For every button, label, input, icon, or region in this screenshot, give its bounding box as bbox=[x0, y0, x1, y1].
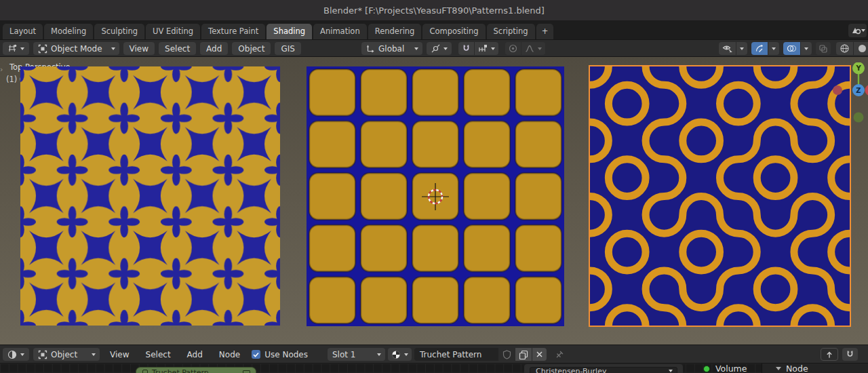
node-sidebar: Node bbox=[762, 364, 868, 373]
slot-label: Slot 1 bbox=[332, 350, 355, 359]
tab-modeling[interactable]: Modeling bbox=[44, 24, 93, 39]
axis-x-ball bbox=[865, 85, 868, 96]
new-material-button[interactable] bbox=[515, 348, 532, 361]
menu-view[interactable]: View bbox=[123, 42, 155, 55]
tab-shading[interactable]: Shading bbox=[267, 24, 312, 39]
node-menu-view[interactable]: View bbox=[104, 348, 135, 361]
menu-object[interactable]: Object bbox=[232, 42, 271, 55]
use-nodes-toggle[interactable]: Use Nodes bbox=[252, 350, 308, 359]
node-menu-node[interactable]: Node bbox=[213, 348, 246, 361]
snap-settings-dropdown[interactable] bbox=[474, 42, 498, 55]
solid-sphere-icon bbox=[857, 43, 867, 54]
pivot-point-dropdown[interactable] bbox=[427, 42, 452, 55]
chevron-down-icon bbox=[443, 47, 448, 50]
chevron-down-icon bbox=[740, 47, 744, 50]
shader-editor-icon bbox=[7, 350, 17, 359]
magnet-icon bbox=[846, 350, 854, 359]
group-node-title: Truchet Pattern bbox=[152, 368, 239, 373]
tab-uv-editing[interactable]: UV Editing bbox=[146, 24, 200, 39]
title-bar[interactable]: Blender* [F:\Projects\YeasuFT890\Pattern… bbox=[0, 0, 868, 20]
menu-select[interactable]: Select bbox=[159, 42, 196, 55]
checkbox-checked-icon bbox=[252, 350, 260, 359]
unlink-material-button[interactable] bbox=[532, 348, 547, 361]
transform-orientation-dropdown[interactable]: Global bbox=[361, 42, 422, 55]
material-name-field[interactable]: Truchet Pattern bbox=[414, 348, 498, 361]
material-icon bbox=[391, 350, 401, 359]
material-slot-dropdown[interactable]: Slot 1 bbox=[328, 348, 385, 361]
shader-node-body[interactable]: Christensen-Burley bbox=[524, 364, 683, 373]
snap-toggle[interactable] bbox=[458, 42, 474, 55]
sidebar-panel-label[interactable]: Node bbox=[786, 364, 808, 373]
xray-toggle[interactable] bbox=[816, 42, 831, 55]
shading-wireframe-button[interactable] bbox=[836, 42, 853, 55]
menu-add[interactable]: Add bbox=[200, 42, 228, 55]
sidebar-toggle-arrow[interactable]: › bbox=[0, 65, 3, 74]
chevron-down-icon bbox=[404, 353, 408, 356]
viewport-editor-icon bbox=[7, 44, 17, 53]
editor-type-selector-shader[interactable] bbox=[3, 348, 29, 361]
scene-selector[interactable] bbox=[848, 24, 867, 37]
viewport-3d[interactable]: › Top Perspective (1) Collection | Shade… bbox=[0, 57, 868, 345]
mode-label: Object Mode bbox=[51, 44, 102, 54]
node-editor-canvas[interactable]: Truchet Pattern Christensen-Burley Volum… bbox=[0, 364, 868, 373]
go-to-parent-node-tree-button[interactable] bbox=[821, 348, 838, 361]
gizmos-dropdown[interactable] bbox=[768, 42, 779, 55]
chevron-down-icon bbox=[491, 47, 495, 50]
chevron-down-icon bbox=[861, 29, 865, 32]
tab-rendering[interactable]: Rendering bbox=[368, 24, 422, 39]
pin-icon[interactable] bbox=[555, 350, 564, 359]
node-menu-select[interactable]: Select bbox=[140, 348, 177, 361]
tab-compositing[interactable]: Compositing bbox=[422, 24, 485, 39]
use-nodes-label: Use Nodes bbox=[264, 350, 308, 359]
tab-animation[interactable]: Animation bbox=[313, 24, 367, 39]
fake-user-button[interactable] bbox=[498, 348, 515, 361]
chevron-down-icon bbox=[20, 47, 24, 50]
add-workspace-button[interactable]: + bbox=[536, 24, 554, 39]
shader-editor-header: Object View Select Add Node Use Nodes Sl… bbox=[0, 345, 868, 364]
tab-scripting[interactable]: Scripting bbox=[487, 24, 535, 39]
node-group-icon bbox=[142, 370, 148, 373]
menu-gis[interactable]: GIS bbox=[275, 42, 300, 55]
node-menu-add[interactable]: Add bbox=[181, 348, 209, 361]
tab-layout[interactable]: Layout bbox=[3, 24, 43, 39]
duplicate-icon bbox=[519, 350, 528, 359]
proportional-editing-toggle[interactable] bbox=[505, 42, 521, 55]
chevron-down-icon bbox=[92, 353, 96, 356]
shader-plane-ornate[interactable] bbox=[20, 66, 280, 326]
falloff-method-dropdown[interactable]: Christensen-Burley bbox=[530, 367, 677, 373]
chevron-down-icon bbox=[377, 353, 381, 356]
editor-type-selector[interactable] bbox=[3, 42, 29, 55]
arrow-up-icon bbox=[825, 351, 833, 359]
mode-dropdown[interactable]: Object Mode bbox=[33, 42, 119, 55]
browse-material-button[interactable] bbox=[388, 348, 412, 361]
falloff-method-value: Christensen-Burley bbox=[536, 367, 606, 373]
gizmos-toggle[interactable] bbox=[751, 42, 768, 55]
snap-increment-icon bbox=[478, 44, 488, 53]
object-mode-icon bbox=[38, 44, 47, 54]
show-object-types-button[interactable] bbox=[719, 42, 736, 55]
socket-dot-icon[interactable] bbox=[703, 366, 710, 372]
node-snap-toggle[interactable] bbox=[842, 348, 858, 361]
proportional-icon bbox=[509, 44, 517, 53]
tab-sculpting[interactable]: Sculpting bbox=[94, 24, 144, 39]
chevron-down-icon bbox=[669, 370, 673, 372]
chevron-down-icon bbox=[20, 353, 24, 356]
overlays-icon bbox=[787, 44, 797, 53]
node-group-edit-icon bbox=[243, 370, 250, 373]
navigation-gizmo[interactable]: Y Z bbox=[830, 62, 868, 130]
group-node-header[interactable]: Truchet Pattern bbox=[136, 367, 256, 373]
shader-plane-truchet-active[interactable] bbox=[590, 66, 850, 326]
xray-icon bbox=[818, 44, 828, 54]
shader-type-dropdown[interactable]: Object bbox=[33, 348, 100, 361]
proportional-falloff-dropdown[interactable] bbox=[521, 42, 545, 55]
tab-texture-paint[interactable]: Texture Paint bbox=[201, 24, 265, 39]
panel-expand-icon[interactable] bbox=[776, 367, 781, 370]
show-object-types-dropdown[interactable] bbox=[736, 42, 747, 55]
falloff-curve-icon bbox=[525, 44, 534, 53]
overlays-dropdown[interactable] bbox=[800, 42, 812, 55]
chevron-down-icon bbox=[414, 47, 418, 50]
shading-solid-button[interactable] bbox=[853, 42, 868, 55]
pivot-icon bbox=[431, 44, 440, 53]
close-icon bbox=[536, 351, 543, 358]
overlays-toggle[interactable] bbox=[783, 42, 800, 55]
